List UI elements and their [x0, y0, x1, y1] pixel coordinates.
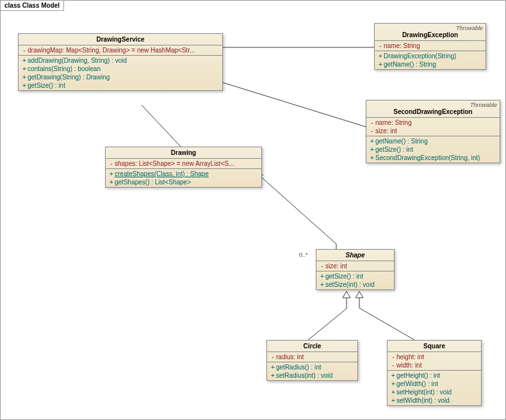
attribute: -shapes: List<Shape> = new ArrayList<S..… — [106, 159, 261, 168]
diagram-canvas: class Class Model 0..* DrawingService -d… — [0, 0, 506, 420]
attribute: -size: int — [316, 262, 394, 270]
attribute: -width: int — [388, 361, 481, 369]
svg-marker-5 — [355, 291, 363, 298]
operation: +setSize(int) : void — [316, 280, 394, 289]
operation: +setRadius(int) : void — [267, 371, 357, 380]
class-drawingexception[interactable]: DrawingException Throwable -name: String… — [374, 23, 486, 70]
class-circle[interactable]: Circle -radius: int +getRadius() : int +… — [266, 340, 358, 381]
diagram-title: class Class Model — [1, 1, 64, 11]
operation: +contains(String) : boolean — [19, 65, 222, 73]
operation: +getHeight() : int — [388, 371, 481, 380]
operation: +getSize() : int — [366, 145, 500, 154]
operation: +DrawingException(String) — [375, 52, 486, 60]
class-drawing[interactable]: Drawing -shapes: List<Shape> = new Array… — [105, 147, 262, 188]
attribute: -name: String — [375, 42, 486, 50]
class-shape[interactable]: Shape -size: int +getSize() : int +setSi… — [316, 249, 395, 290]
operation: +setHeight(int) : void — [388, 388, 481, 396]
svg-line-2 — [142, 105, 181, 147]
attribute: -radius: int — [267, 353, 357, 361]
class-name: Shape — [316, 250, 394, 261]
operation: +getName() : String — [366, 137, 500, 145]
operation: +addDrawing(Drawing, String) : void — [19, 56, 222, 65]
class-name: Drawing — [106, 147, 261, 159]
operation: +getSize() : int — [19, 81, 222, 90]
multiplicity-label: 0..* — [299, 252, 308, 258]
operation: +getDrawing(String) : Drawing — [19, 73, 222, 81]
svg-marker-4 — [343, 291, 350, 298]
operation: +getShapes() : List<Shape> — [106, 178, 261, 186]
attribute: -drawingMap: Map<String, Drawing> = new … — [19, 46, 222, 54]
class-drawingservice[interactable]: DrawingService -drawingMap: Map<String, … — [18, 33, 223, 91]
stereotype: Throwable — [456, 25, 483, 31]
attribute: -size: int — [366, 127, 500, 135]
stereotype: Throwable — [470, 102, 497, 108]
operation: +getName() : String — [375, 60, 486, 69]
class-name: DrawingService — [19, 34, 222, 45]
operation: +getWidth() : int — [388, 380, 481, 388]
attribute: -name: String — [366, 118, 500, 127]
svg-line-1 — [223, 83, 366, 127]
operation: +setWidth(int) : void — [388, 396, 481, 405]
operation: +getSize() : int — [316, 272, 394, 280]
operation: +SecondDrawingException(String, int) — [366, 154, 500, 162]
class-name: Square — [388, 341, 481, 352]
class-square[interactable]: Square -height: int -width: int +getHeig… — [387, 340, 482, 406]
class-seconddrawingexception[interactable]: SecondDrawingException Throwable -name: … — [366, 100, 500, 163]
class-name: Circle — [267, 341, 357, 352]
attribute: -height: int — [388, 353, 481, 361]
operation: +createShapes(Class, int) : Shape — [106, 170, 261, 178]
operation: +getRadius() : int — [267, 363, 357, 371]
